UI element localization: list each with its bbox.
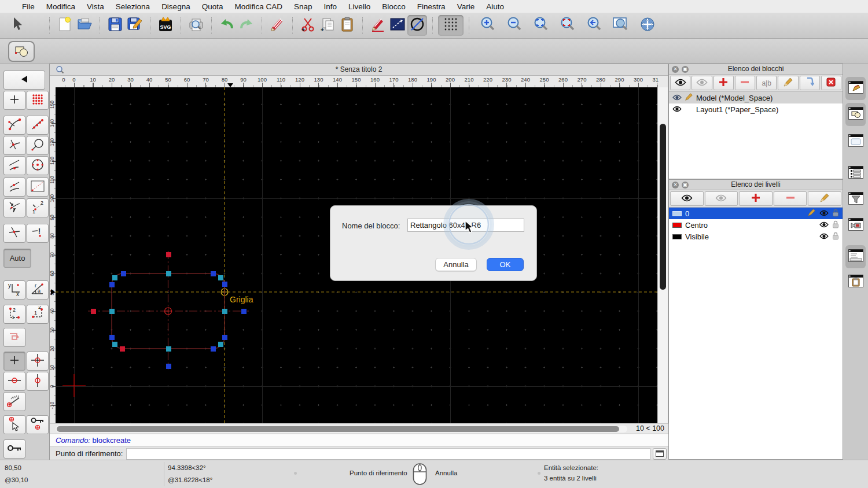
dock-library-button[interactable] [845,130,866,153]
snap-perpendicular-button[interactable] [27,136,49,155]
zoom-auto-button[interactable] [531,15,551,36]
cancel-button[interactable]: Annulla [435,258,477,271]
menu-item-disegna[interactable]: Disegna [156,2,196,11]
restrict-horizontal-button[interactable] [3,372,25,391]
restrict-nothing-button[interactable] [3,352,25,371]
toggle-hidden-layers-button[interactable] [705,191,738,206]
selection-handle[interactable] [218,342,223,347]
zoom-in-button[interactable] [478,15,498,36]
selection-handle[interactable] [112,342,117,347]
selection-handle[interactable] [222,309,227,314]
layer-color-swatch[interactable] [672,234,682,239]
snap-back-button[interactable] [3,71,45,90]
rename-block-button[interactable]: a|b [756,76,777,90]
menu-item-varie[interactable]: Varie [451,2,481,11]
open-file-button[interactable] [75,15,94,36]
selection-handle[interactable] [222,335,227,340]
panel-close-icon[interactable]: ✕ [672,66,679,73]
snap-endpoints-button[interactable] [3,116,25,135]
menu-item-quota[interactable]: Quota [196,2,229,11]
coordinates-relative-cartesian-button[interactable]: 12 [3,305,25,324]
zoom-selection-button[interactable] [558,15,578,36]
selection-handle[interactable] [109,282,115,287]
restrict-orthogonal-button[interactable] [27,352,49,371]
snap-angle-button[interactable] [3,392,25,411]
selection-handle[interactable] [166,346,171,352]
menu-item-blocco[interactable]: Blocco [376,2,411,11]
visibility-eye-icon[interactable] [819,221,829,230]
ok-button[interactable]: OK [487,258,524,271]
remove-layer-button[interactable] [774,191,807,206]
menu-item-finestra[interactable]: Finestra [411,2,451,11]
toggle-hidden-blocks-button[interactable] [692,76,712,90]
menu-item-vista[interactable]: Vista [81,2,110,11]
edit-pencil-icon[interactable] [807,208,816,219]
cut-button[interactable]: + [298,15,318,36]
visibility-eye-icon[interactable] [672,105,682,114]
toggle-block-visibility-button[interactable] [670,76,690,90]
horizontal-scrollbar[interactable] [56,426,627,432]
selection-handle[interactable] [121,271,126,276]
lock-icon[interactable] [832,232,839,242]
layer-row[interactable]: 0 [669,208,843,219]
dock-command-line-button[interactable] [845,245,866,268]
selection-handle[interactable] [120,346,125,352]
snap-center-button[interactable] [27,156,49,175]
draw-pencil-button[interactable] [368,15,388,36]
selection-handle[interactable] [166,364,171,369]
grid-toggle-button[interactable] [438,15,464,36]
selection-handle[interactable] [112,275,117,280]
dock-list-button[interactable] [845,162,866,185]
visibility-eye-icon[interactable] [819,232,829,241]
selection-category-button[interactable] [8,41,35,62]
panel-close-icon[interactable]: ✕ [672,182,679,188]
selection-pointer-button[interactable] [7,15,27,36]
dock-property-editor-button[interactable] [845,77,866,100]
delete-block-button[interactable] [821,76,841,90]
insert-block-button[interactable] [800,76,820,90]
layer-row[interactable]: Centro [669,219,843,231]
add-block-button[interactable] [713,76,734,90]
svg-export-button[interactable]: SVG [156,15,175,36]
line-tool-button[interactable] [388,15,407,36]
snap-reference-button[interactable] [27,178,49,197]
zoom-out-button[interactable] [505,15,524,36]
paste-button[interactable] [337,15,357,36]
save-as-button[interactable] [125,15,145,36]
edit-block-button[interactable] [778,76,798,90]
restrict-vertical-button[interactable] [27,372,49,391]
selection-handle[interactable] [109,335,115,340]
visibility-eye-icon[interactable] [672,94,682,102]
coordinates-cartesian-button[interactable]: yx [3,280,25,300]
dock-filter-button[interactable] [845,188,866,211]
menu-item-modifica-cad[interactable]: Modifica CAD [229,2,288,11]
command-input[interactable] [126,448,650,460]
command-options-button[interactable] [653,448,667,460]
relative-zero-button[interactable] [3,439,25,459]
snap-auto-button[interactable]: Auto [3,249,31,268]
snap-intersection-auto-button[interactable] [3,136,25,155]
pan-button[interactable] [638,15,657,36]
selection-handle[interactable] [211,346,216,352]
coordinates-relative-polar-button[interactable]: 12 [27,305,49,324]
layer-color-swatch[interactable] [672,223,682,228]
restrict-off-button[interactable] [3,328,25,347]
zoom-previous-button[interactable] [584,15,604,36]
selection-handle[interactable] [241,309,247,314]
vertical-scrollbar[interactable] [657,87,668,423]
snap-intersection-button[interactable] [3,224,25,243]
redo-button[interactable] [237,15,256,36]
edit-layer-button[interactable] [808,191,841,206]
visibility-eye-icon[interactable] [819,209,829,218]
vertical-scrollbar-thumb[interactable] [660,124,666,290]
menu-item-livello[interactable]: Livello [343,2,376,11]
block-row[interactable]: Layout1 (*Paper_Space) [669,103,843,115]
zoom-window-button[interactable] [611,15,631,36]
snap-middle-button[interactable] [3,178,25,197]
set-relative-zero-button[interactable] [3,415,25,434]
dock-selection-button[interactable] [845,103,866,126]
menu-item-file[interactable]: File [16,2,41,11]
selection-handle[interactable] [166,271,171,276]
menu-item-snap[interactable]: Snap [288,2,318,11]
selection-handle[interactable] [166,252,171,257]
